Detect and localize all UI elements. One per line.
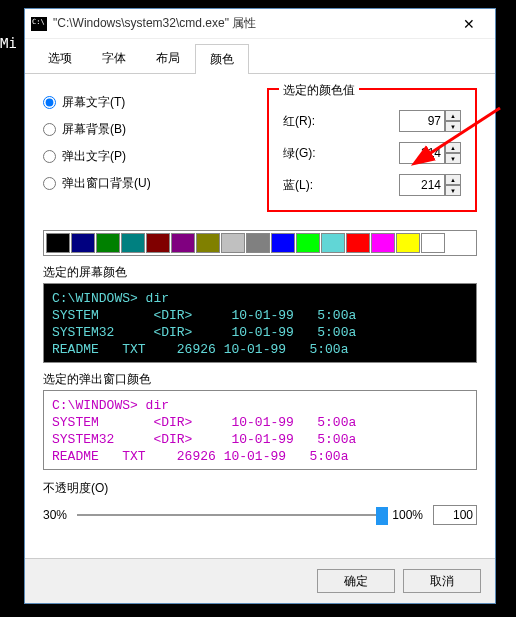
screen-preview: C:\WINDOWS> dir SYSTEM <DIR> 10-01-99 5:… [43,283,477,363]
blue-up[interactable]: ▲ [445,174,461,185]
cmd-icon [31,17,47,31]
cancel-button[interactable]: 取消 [403,569,481,593]
radio-1[interactable]: 屏幕背景(B) [43,121,249,138]
titlebar: "C:\Windows\system32\cmd.exe" 属性 ✕ [25,9,495,39]
green-down[interactable]: ▼ [445,153,461,164]
tab-strip: 选项字体布局颜色 [25,39,495,74]
red-down[interactable]: ▼ [445,121,461,132]
red-input[interactable] [399,110,445,132]
radio-input-3[interactable] [43,177,56,190]
swatch-11[interactable] [321,233,345,253]
radio-0[interactable]: 屏幕文字(T) [43,94,249,111]
radio-label-0: 屏幕文字(T) [62,94,125,111]
swatch-7[interactable] [221,233,245,253]
radio-label-3: 弹出窗口背景(U) [62,175,151,192]
close-button[interactable]: ✕ [449,10,489,38]
popup-preview-label: 选定的弹出窗口颜色 [43,371,477,388]
swatch-1[interactable] [71,233,95,253]
radio-label-2: 弹出文字(P) [62,148,126,165]
green-up[interactable]: ▲ [445,142,461,153]
opacity-max: 100% [392,508,423,522]
blue-label: 蓝(L): [283,177,313,194]
blue-input[interactable] [399,174,445,196]
swatch-4[interactable] [146,233,170,253]
swatch-12[interactable] [346,233,370,253]
popup-preview: C:\WINDOWS> dir SYSTEM <DIR> 10-01-99 5:… [43,390,477,470]
swatch-9[interactable] [271,233,295,253]
opacity-input[interactable] [433,505,477,525]
selected-color-values-group: 选定的颜色值 红(R): ▲▼ 绿(G): ▲▼ 蓝(L): [267,88,477,212]
tab-布局[interactable]: 布局 [141,43,195,73]
swatch-8[interactable] [246,233,270,253]
tab-字体[interactable]: 字体 [87,43,141,73]
window-title: "C:\Windows\system32\cmd.exe" 属性 [53,15,449,32]
swatch-5[interactable] [171,233,195,253]
dialog-footer: 确定 取消 [25,558,495,603]
swatch-6[interactable] [196,233,220,253]
swatch-3[interactable] [121,233,145,253]
group-legend: 选定的颜色值 [279,82,359,99]
slider-thumb[interactable] [376,507,388,525]
color-target-radios: 屏幕文字(T)屏幕背景(B)弹出文字(P)弹出窗口背景(U) [43,88,249,212]
color-palette [43,230,477,256]
green-input[interactable] [399,142,445,164]
swatch-10[interactable] [296,233,320,253]
swatch-2[interactable] [96,233,120,253]
red-label: 红(R): [283,113,315,130]
radio-2[interactable]: 弹出文字(P) [43,148,249,165]
radio-input-2[interactable] [43,150,56,163]
green-spinner[interactable]: ▲▼ [399,142,461,164]
blue-down[interactable]: ▼ [445,185,461,196]
green-label: 绿(G): [283,145,316,162]
opacity-min: 30% [43,508,67,522]
swatch-14[interactable] [396,233,420,253]
ok-button[interactable]: 确定 [317,569,395,593]
swatch-0[interactable] [46,233,70,253]
screen-preview-label: 选定的屏幕颜色 [43,264,477,281]
radio-label-1: 屏幕背景(B) [62,121,126,138]
radio-3[interactable]: 弹出窗口背景(U) [43,175,249,192]
radio-input-0[interactable] [43,96,56,109]
tab-content-colors: 屏幕文字(T)屏幕背景(B)弹出文字(P)弹出窗口背景(U) 选定的颜色值 红(… [25,74,495,558]
radio-input-1[interactable] [43,123,56,136]
swatch-13[interactable] [371,233,395,253]
opacity-label: 不透明度(O) [43,480,477,497]
tab-颜色[interactable]: 颜色 [195,44,249,74]
tab-选项[interactable]: 选项 [33,43,87,73]
red-up[interactable]: ▲ [445,110,461,121]
red-spinner[interactable]: ▲▼ [399,110,461,132]
opacity-slider[interactable] [77,503,382,527]
properties-dialog: "C:\Windows\system32\cmd.exe" 属性 ✕ 选项字体布… [24,8,496,604]
blue-spinner[interactable]: ▲▼ [399,174,461,196]
swatch-15[interactable] [421,233,445,253]
